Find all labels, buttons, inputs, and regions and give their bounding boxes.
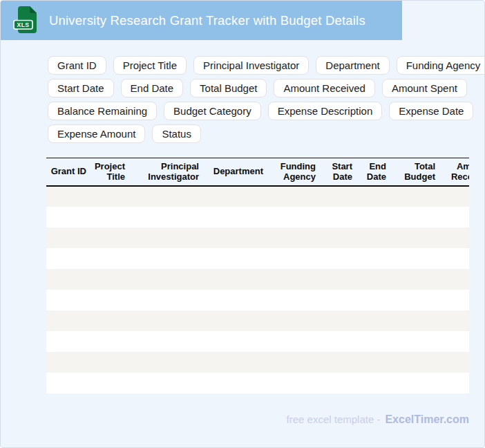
field-chip-total-budget[interactable]: Total Budget [190,79,267,97]
xls-badge-label: XLS [17,21,29,28]
field-chip-amount-spent[interactable]: Amount Spent [382,79,467,97]
field-chip-list: Grant IDProject TitlePrincipal Investiga… [48,56,484,143]
empty-row-cell [46,248,469,269]
field-chip-expense-amount[interactable]: Expense Amount [48,124,145,143]
grant-table-header-row: Grant IDProject TitlePrincipal Investiga… [46,158,469,186]
field-chip-principal-investigator[interactable]: Principal Investigator [193,56,309,75]
field-chip-balance-remaining[interactable]: Balance Remaining [48,102,157,120]
column-header-project-title: Project Title [91,158,129,186]
column-header-principal-investigator: Principal Investigator [129,158,203,186]
chip-row-3: Balance RemainingBudget CategoryExpense … [48,102,484,120]
empty-row-cell [46,352,469,373]
empty-row-cell [46,227,469,248]
empty-row-cell [46,310,469,331]
title-bar: XLS University Research Grant Tracker wi… [1,1,402,40]
table-row [46,248,469,269]
column-header-start-date: Start Date [320,158,356,186]
field-chip-department[interactable]: Department [316,56,389,75]
column-header-grant-id: Grant ID [46,158,91,186]
field-chip-end-date[interactable]: End Date [121,79,184,97]
column-header-funding-agency: Funding Agency [267,158,320,186]
empty-row-cell [46,207,469,227]
field-chip-start-date[interactable]: Start Date [48,79,114,97]
column-header-department: Department [203,158,267,186]
field-chip-project-title[interactable]: Project Title [113,56,187,75]
field-chip-expense-date[interactable]: Expense Date [389,102,473,120]
page-title: University Research Grant Tracker with B… [49,13,365,28]
table-row [46,269,469,290]
field-chip-budget-category[interactable]: Budget Category [164,102,261,120]
footer-tagline: free excel template - [287,413,381,425]
chip-row-1: Grant IDProject TitlePrincipal Investiga… [48,56,484,75]
table-row [46,186,469,207]
table-row [46,290,469,310]
empty-row-cell [46,373,469,393]
table-row [46,331,469,352]
xls-file-fold [30,6,37,13]
empty-row-cell [46,269,469,290]
grant-table-body [46,186,469,393]
field-chip-grant-id[interactable]: Grant ID [48,56,106,75]
field-chip-amount-received[interactable]: Amount Received [274,79,374,97]
column-header-amount-received: Amount Received [439,158,469,186]
chip-row-4: Expense AmountStatus [48,124,484,143]
field-chip-status[interactable]: Status [152,124,201,143]
field-chip-funding-agency[interactable]: Funding Agency [397,56,485,75]
footer-brand-link[interactable]: ExcelTimer.com [385,413,469,426]
table-row [46,373,469,393]
field-chip-expense-description[interactable]: Expense Description [268,102,383,120]
xls-file-icon: XLS [12,5,39,36]
footer: free excel template - ExcelTimer.com [287,413,469,426]
empty-row-cell [46,186,469,207]
table-row [46,227,469,248]
empty-row-cell [46,331,469,352]
empty-row-cell [46,290,469,310]
template-preview-card: XLS University Research Grant Tracker wi… [0,0,485,448]
grant-table-viewport: Grant IDProject TitlePrincipal Investiga… [46,158,469,393]
grant-table: Grant IDProject TitlePrincipal Investiga… [46,158,469,393]
table-row [46,352,469,373]
chip-row-2: Start DateEnd DateTotal BudgetAmount Rec… [48,79,484,97]
table-row [46,310,469,331]
column-header-total-budget: Total Budget [390,158,439,186]
column-header-end-date: End Date [356,158,390,186]
table-row [46,207,469,227]
